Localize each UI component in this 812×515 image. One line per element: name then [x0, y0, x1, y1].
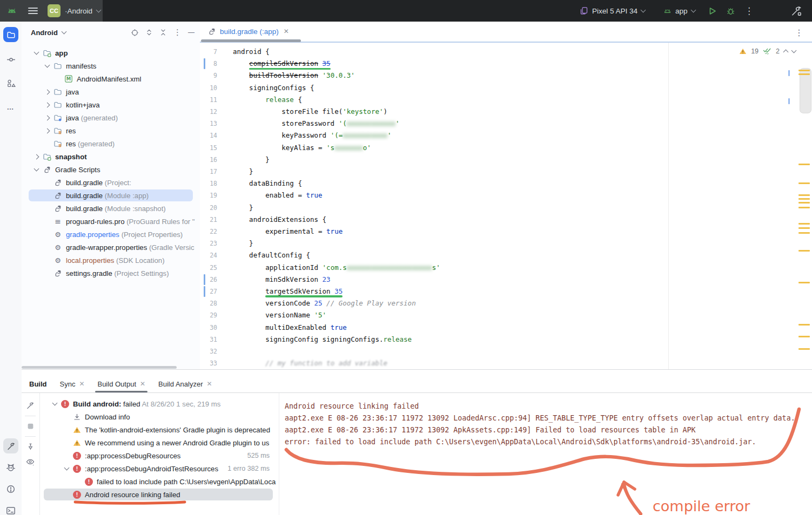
code-line[interactable]: 31 signingConfig signingConfigs.release	[200, 334, 812, 345]
code-line[interactable]: 32	[200, 345, 812, 357]
code-line[interactable]: 8 compileSdkVersion 35	[200, 58, 812, 70]
code-line[interactable]: 9 buildToolsVersion '30.0.3'	[200, 70, 812, 82]
code-line[interactable]: 28 versionCode 25 // Google Play version	[200, 297, 812, 309]
code-editor[interactable]: 19 2 7android {8 compileSdkVersion 359 b…	[200, 43, 812, 369]
build-tab-build-output[interactable]: Build Output✕	[97, 375, 145, 392]
tool-terminal[interactable]	[3, 503, 18, 515]
build-tree-row[interactable]: !:app:processDebugAndroidTestResources1 …	[39, 462, 278, 475]
build-tab-build[interactable]: Build	[29, 375, 47, 392]
build-tree-row[interactable]: The 'kotlin-android-extensions' Gradle p…	[39, 423, 278, 436]
project-tree-item[interactable]: Gradle Scripts	[22, 163, 200, 176]
chevron-right-icon[interactable]	[33, 154, 39, 159]
project-badge[interactable]: CC	[48, 4, 61, 17]
build-tree-row[interactable]: !Android resource linking failed	[39, 488, 278, 501]
code-line[interactable]: 25 applicationId 'com.sxxxxxxxxxxxxxxxxx…	[200, 262, 812, 274]
collapse-all-icon[interactable]	[159, 29, 167, 36]
build-console[interactable]: Android resource linking failedaapt2.exe…	[279, 393, 812, 515]
project-tree-item[interactable]: build.gradle (Module :snapshot)	[22, 202, 200, 215]
main-menu-icon[interactable]	[28, 8, 38, 14]
code-line[interactable]: 20 }	[200, 202, 812, 214]
locate-file-icon[interactable]	[131, 29, 139, 37]
project-name[interactable]: ·Android	[65, 7, 92, 15]
project-tree-item[interactable]: ⚙gradle-wrapper.properties (Gradle Versi…	[22, 241, 200, 254]
inspect-button[interactable]	[23, 455, 37, 469]
horizontal-scrollbar[interactable]	[22, 366, 177, 369]
run-button[interactable]	[708, 0, 717, 22]
code-line[interactable]: 33 // my function to add variable	[200, 357, 812, 369]
close-icon[interactable]: ✕	[140, 380, 145, 388]
build-tree-row[interactable]: Download info	[39, 410, 278, 423]
code-line[interactable]: 22 experimental = true	[200, 226, 812, 238]
run-config-selector[interactable]: app	[663, 0, 695, 22]
code-line[interactable]: 14 keyPassword '(=xxxxxxxxxxx'	[200, 130, 812, 141]
restart-build-button[interactable]	[23, 398, 37, 412]
project-tree-item[interactable]: settings.gradle (Project Settings)	[22, 267, 200, 280]
code-line[interactable]: 11 release {	[200, 94, 812, 106]
build-tree-row[interactable]: !Build android: failed At 8/26/20 1 sec,…	[39, 397, 278, 410]
build-button[interactable]	[790, 0, 802, 22]
project-tree-item[interactable]: ≡proguard-rules.pro (ProGuard Rules for …	[22, 215, 200, 228]
code-line[interactable]: 12 storeFile file('keystore')	[200, 106, 812, 118]
code-line[interactable]: 27 targetSdkVersion 35	[200, 286, 812, 297]
chevron-right-icon[interactable]	[44, 89, 50, 94]
tool-commit[interactable]	[3, 52, 18, 67]
code-line[interactable]: 26 minSdkVersion 23	[200, 274, 812, 286]
project-tree-item[interactable]: manifests	[22, 59, 200, 72]
code-line[interactable]: 10 signingConfigs {	[200, 82, 812, 94]
debug-button[interactable]	[726, 0, 735, 22]
more-actions-kebab[interactable]: ⋮	[744, 0, 754, 22]
project-tree-item[interactable]: java	[22, 85, 200, 98]
tool-resource-manager[interactable]	[3, 76, 18, 91]
code-line[interactable]: 16 }	[200, 154, 812, 166]
build-tab-sync[interactable]: Sync✕	[60, 375, 85, 392]
close-icon[interactable]: ✕	[206, 380, 212, 388]
expand-all-icon[interactable]	[145, 29, 153, 36]
tool-more[interactable]: …	[3, 99, 18, 114]
code-line[interactable]: 21 androidExtensions {	[200, 214, 812, 226]
build-tree-row[interactable]: !failed to load include path C:\Users\ev…	[39, 475, 278, 488]
close-icon[interactable]: ✕	[284, 28, 289, 35]
project-tree-item[interactable]: java (generated)	[22, 111, 200, 124]
project-tree-item[interactable]: res (generated)	[22, 137, 200, 150]
build-tab-build-analyzer[interactable]: Build Analyzer✕	[158, 375, 212, 392]
project-tree-item[interactable]: MAndroidManifest.xml	[22, 72, 200, 85]
project-tree-item[interactable]: kotlin+java	[22, 98, 200, 111]
tool-logcat[interactable]	[3, 460, 18, 475]
options-kebab-icon[interactable]: ⋮	[173, 28, 182, 37]
stop-button[interactable]	[23, 419, 37, 433]
code-line[interactable]: 17 }	[200, 166, 812, 178]
tab-scrollbar-thumb[interactable]	[201, 39, 301, 42]
project-tree-item[interactable]: app	[22, 46, 200, 59]
build-tree-row[interactable]: !:app:processDebugResources525 ms	[39, 449, 278, 462]
hide-panel-icon[interactable]: —	[188, 29, 194, 36]
project-tree-item[interactable]: res	[22, 124, 200, 137]
chevron-right-icon[interactable]	[44, 115, 50, 120]
code-line[interactable]: 7android {	[200, 46, 812, 58]
project-tree-item[interactable]: build.gradle (Module :app)	[22, 189, 200, 202]
project-view-title[interactable]: Android	[31, 29, 58, 37]
tool-problems[interactable]	[3, 482, 18, 497]
code-line[interactable]: 19 enabled = true	[200, 189, 812, 201]
close-icon[interactable]: ✕	[79, 380, 84, 388]
pin-button[interactable]	[23, 439, 37, 453]
code-line[interactable]: 29 versionName '5'	[200, 309, 812, 321]
code-line[interactable]: 15 keyAlias = 'sxxxxxxxo'	[200, 142, 812, 154]
code-line[interactable]: 23 }	[200, 238, 812, 249]
code-line[interactable]: 30 multiDexEnabled true	[200, 322, 812, 334]
project-tree-item[interactable]: build.gradle (Project:	[22, 176, 200, 189]
tool-build[interactable]	[3, 438, 18, 453]
code-line[interactable]: 13 storePassword '(xxxxxxxxxxxx'	[200, 118, 812, 130]
tool-project[interactable]	[3, 27, 18, 42]
chevron-right-icon[interactable]	[44, 102, 50, 107]
project-tree-item[interactable]: ⚙gradle.properties (Project Properties)	[22, 228, 200, 241]
project-tree-item[interactable]: snapshot	[22, 150, 200, 163]
code-line[interactable]: 18 dataBinding {	[200, 178, 812, 189]
editor-options-kebab[interactable]: ⋮	[795, 28, 803, 38]
build-tree-row[interactable]: We recommend using a newer Android Gradl…	[39, 436, 278, 449]
editor-tab-build-gradle[interactable]: build.gradle (:app) ✕	[201, 22, 296, 41]
device-selector[interactable]: Pixel 5 API 34	[580, 0, 645, 22]
project-tree-item[interactable]: ⚙local.properties (SDK Location)	[22, 254, 200, 267]
item-label: settings.gradle (Project Settings)	[66, 269, 169, 277]
code-line[interactable]: 24 defaultConfig {	[200, 249, 812, 261]
chevron-right-icon[interactable]	[44, 128, 50, 133]
